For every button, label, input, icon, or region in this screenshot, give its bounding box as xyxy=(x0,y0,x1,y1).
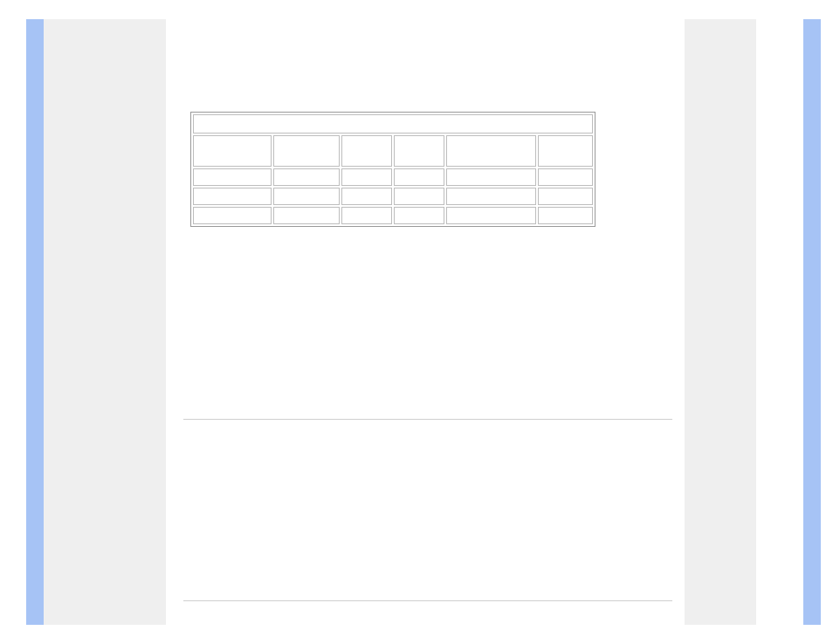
cell xyxy=(447,174,451,183)
cell xyxy=(342,212,346,222)
cell xyxy=(274,174,278,183)
cell xyxy=(395,174,398,183)
col-header xyxy=(395,147,398,157)
cell xyxy=(395,212,398,222)
cell xyxy=(274,212,278,222)
col-header xyxy=(447,147,451,157)
table-header-row xyxy=(193,135,593,167)
cell xyxy=(447,212,451,222)
cell xyxy=(395,193,398,202)
right-gap xyxy=(756,19,803,625)
table-row xyxy=(193,207,593,224)
cell xyxy=(447,193,451,202)
section-divider xyxy=(183,419,672,420)
cell xyxy=(539,212,542,222)
cell xyxy=(194,193,197,202)
left-sidebar xyxy=(44,19,166,625)
col-header xyxy=(194,147,197,157)
col-header xyxy=(539,147,542,157)
data-table-wrap xyxy=(190,112,595,227)
cell xyxy=(539,193,542,202)
table-title xyxy=(194,120,197,130)
cell xyxy=(194,174,197,183)
cell xyxy=(342,174,346,183)
cell xyxy=(539,174,542,183)
accent-strip-left xyxy=(26,19,44,625)
main-content xyxy=(166,19,685,625)
cell xyxy=(274,193,278,202)
table-title-row xyxy=(193,114,593,134)
col-header xyxy=(342,147,346,157)
table-row xyxy=(193,188,593,205)
cell xyxy=(342,193,346,202)
data-table xyxy=(190,112,595,227)
right-sidebar xyxy=(685,19,756,625)
table-row xyxy=(193,168,593,186)
col-header xyxy=(274,147,278,157)
accent-strip-right xyxy=(803,19,821,625)
table-title-cell xyxy=(193,114,593,134)
cell xyxy=(194,212,197,222)
section-divider xyxy=(183,600,672,601)
